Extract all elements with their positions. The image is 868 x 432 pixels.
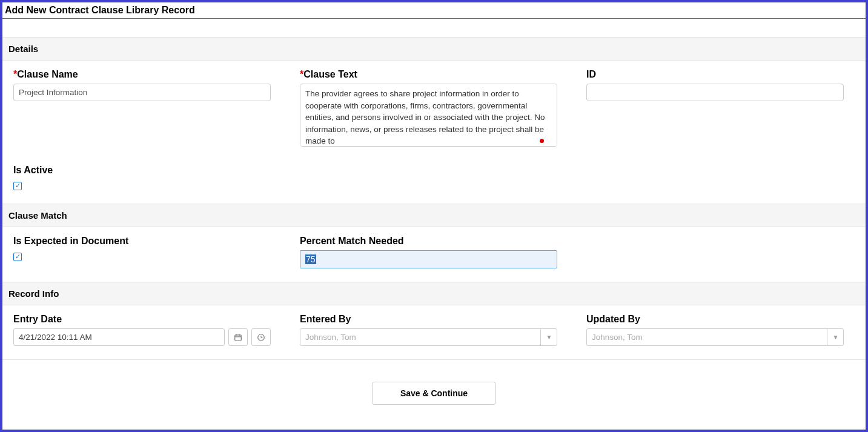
is-active-checkbox[interactable]: ✓ xyxy=(13,182,22,190)
clause-name-label: *Clause Name xyxy=(13,69,271,80)
is-expected-checkbox[interactable]: ✓ xyxy=(13,253,22,261)
save-continue-button[interactable]: Save & Continue xyxy=(372,382,496,405)
section-details-header: Details xyxy=(2,37,866,61)
entry-date-input[interactable]: 4/21/2022 10:11 AM xyxy=(13,328,225,346)
entered-by-select[interactable]: Johnson, Tom ▼ xyxy=(300,328,557,346)
updated-by-label: Updated By xyxy=(586,314,844,325)
percent-match-label: Percent Match Needed xyxy=(300,236,557,247)
entered-by-label: Entered By xyxy=(300,314,557,325)
page-title: Add New Contract Clause Library Record xyxy=(2,2,866,19)
id-input[interactable] xyxy=(586,84,844,101)
svg-rect-0 xyxy=(235,334,242,340)
entered-by-value: Johnson, Tom xyxy=(300,328,557,346)
calendar-icon[interactable] xyxy=(228,328,248,346)
is-active-label: Is Active xyxy=(13,165,855,176)
chevron-down-icon: ▼ xyxy=(540,328,557,346)
entry-date-label: Entry Date xyxy=(13,314,271,325)
percent-match-input[interactable]: 75 xyxy=(300,250,557,268)
clause-text-input[interactable]: The provider agrees to share project inf… xyxy=(300,84,557,147)
clock-icon[interactable] xyxy=(251,328,271,346)
updated-by-value: Johnson, Tom xyxy=(586,328,844,346)
section-record-info-header: Record Info xyxy=(2,282,866,305)
section-clause-match-header: Clause Match xyxy=(2,204,866,227)
id-label: ID xyxy=(586,69,844,80)
is-expected-label: Is Expected in Document xyxy=(13,236,271,247)
clause-text-label: *Clause Text xyxy=(300,69,557,80)
updated-by-select[interactable]: Johnson, Tom ▼ xyxy=(586,328,844,346)
clause-name-input[interactable] xyxy=(13,84,271,101)
chevron-down-icon: ▼ xyxy=(827,328,844,346)
